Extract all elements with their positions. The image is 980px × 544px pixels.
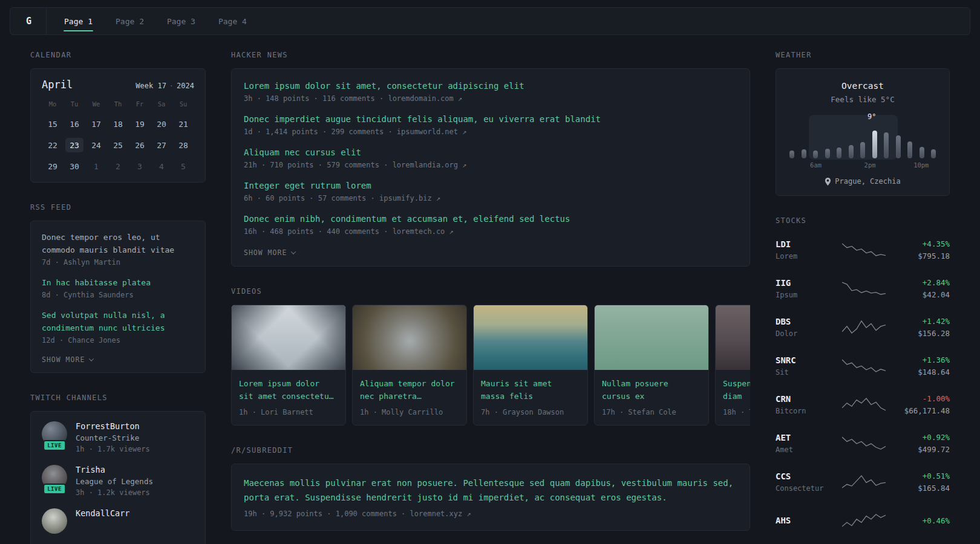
current-temp-label: 9° <box>867 112 876 121</box>
weather-section-title: WEATHER <box>776 51 950 59</box>
tab-page-2[interactable]: Page 2 <box>104 8 155 34</box>
page-tabs: Page 1 Page 2 Page 3 Page 4 <box>53 8 258 34</box>
video-thumbnail[interactable] <box>716 305 750 370</box>
videos-section-title: VIDEOS <box>231 287 750 296</box>
hour-label: 10pm <box>913 161 929 169</box>
calendar-day: 29 <box>44 159 62 173</box>
stock-row[interactable]: AHS +0.46% <box>776 506 950 535</box>
stock-sparkline <box>834 397 894 412</box>
news-item-title[interactable]: Aliquam nec cursus elit <box>244 147 737 157</box>
weekday-label: Th <box>114 100 122 110</box>
subreddit-card: Maecenas mollis pulvinar erat non posuer… <box>231 464 750 531</box>
news-item-meta[interactable]: 16h · 468 points · 440 comments · loremt… <box>244 227 737 236</box>
post-meta[interactable]: 19h · 9,932 points · 1,090 comments · lo… <box>244 510 737 518</box>
news-item-title[interactable]: Donec enim nibh, condimentum et accumsan… <box>244 214 737 224</box>
rss-item-title[interactable]: Donec tempor eros leo, ut commodo mauris… <box>42 231 194 256</box>
weekday-label: Su <box>180 100 188 110</box>
stock-name: Bitcorn <box>776 407 834 415</box>
stock-row[interactable]: CCS Consectetur +0.51% $165.84 <box>776 467 950 496</box>
video-card[interactable]: Aliquam tempor dolor nec pharetra… 1h · … <box>352 305 467 426</box>
rss-item-title[interactable]: Sed volutpat nulla nisl, a condimentum n… <box>42 309 194 334</box>
stock-row[interactable]: CRN Bitcorn -1.00% $66,171.48 <box>776 390 950 419</box>
calendar-week: Week 17 <box>136 82 166 90</box>
video-meta: 1h · Lori Barnett <box>232 403 345 425</box>
news-item-title[interactable]: Donec imperdiet augue tincidunt felis al… <box>244 114 737 124</box>
stock-name: Dolor <box>776 329 834 338</box>
video-thumbnail[interactable] <box>595 305 708 370</box>
temperature-bar <box>896 135 901 158</box>
temperature-bar <box>907 141 912 158</box>
twitch-section-title: TWITCH CHANNELS <box>30 393 206 402</box>
stock-symbol: DBS <box>776 317 834 326</box>
video-thumbnail[interactable] <box>474 305 587 370</box>
channel-name[interactable]: KendallCarr <box>76 508 129 518</box>
news-item[interactable]: Donec enim nibh, condimentum et accumsan… <box>244 214 737 236</box>
calendar-day: 15 <box>44 117 62 131</box>
avatar: LIVE <box>42 465 67 490</box>
video-card[interactable]: Lorem ipsum dolor sit amet consectetu… 1… <box>231 305 346 426</box>
stock-symbol: LDI <box>776 239 834 249</box>
rss-item-meta: 12d · Chance Jones <box>42 336 194 345</box>
app-logo[interactable]: G <box>26 8 47 34</box>
video-card[interactable]: Nullam posuere cursus ex 17h · Stefan Co… <box>594 305 709 426</box>
weekday-label: Mo <box>49 100 57 110</box>
video-title[interactable]: Lorem ipsum dolor sit amet consectetu… <box>232 370 345 403</box>
avatar <box>42 508 67 534</box>
hacker-news-show-more-button[interactable]: SHOW MORE <box>244 248 295 257</box>
temperature-bar <box>837 147 841 158</box>
tab-page-3[interactable]: Page 3 <box>155 8 207 34</box>
subreddit-post[interactable]: Maecenas mollis pulvinar erat non posuer… <box>244 476 737 518</box>
news-item[interactable]: Aliquam nec cursus elit 21h · 710 points… <box>244 147 737 169</box>
video-card[interactable]: Mauris sit amet massa felis 7h · Grayson… <box>473 305 588 426</box>
videos-row: Lorem ipsum dolor sit amet consectetu… 1… <box>231 305 750 426</box>
weather-feels-like: Feels like 5°C <box>786 95 939 104</box>
channel-name[interactable]: Trisha <box>76 465 153 474</box>
stock-price: $148.64 <box>894 368 950 377</box>
temperature-bar <box>825 149 830 158</box>
left-column: CALENDAR April Week 17·2024 Mo Tu We Th … <box>30 51 206 544</box>
tab-page-4[interactable]: Page 4 <box>207 8 258 34</box>
hour-label: 2pm <box>864 161 876 169</box>
tab-page-1[interactable]: Page 1 <box>53 8 104 34</box>
channel-name[interactable]: ForrestBurton <box>76 421 150 431</box>
stock-row[interactable]: IIG Ipsum +2.84% $42.04 <box>776 274 950 303</box>
video-title[interactable]: Nullam posuere cursus ex <box>595 370 708 403</box>
news-item-meta[interactable]: 1d · 1,414 points · 299 comments · ipsum… <box>244 128 737 136</box>
rss-item[interactable]: Donec tempor eros leo, ut commodo mauris… <box>42 231 194 267</box>
rss-show-more-button[interactable]: SHOW MORE <box>42 355 93 364</box>
news-item-title[interactable]: Lorem ipsum dolor sit amet, consectetur … <box>244 81 737 91</box>
post-title[interactable]: Maecenas mollis pulvinar erat non posuer… <box>244 476 737 505</box>
video-thumbnail[interactable] <box>232 305 345 370</box>
rss-item[interactable]: Sed volutpat nulla nisl, a condimentum n… <box>42 309 194 345</box>
video-title[interactable]: Mauris sit amet massa felis <box>474 370 587 403</box>
rss-item-meta: 7d · Ashlyn Martin <box>42 258 194 267</box>
video-card[interactable]: Suspendisse diam 18h · Tara <box>715 305 750 426</box>
twitch-channel[interactable]: KendallCarr <box>42 508 194 534</box>
news-item[interactable]: Lorem ipsum dolor sit amet, consectetur … <box>244 81 737 103</box>
stock-row[interactable]: DBS Dolor +1.42% $156.28 <box>776 312 950 342</box>
news-item-meta[interactable]: 3h · 148 points · 116 comments · loremdo… <box>244 94 737 103</box>
news-item[interactable]: Integer eget rutrum lorem 6h · 60 points… <box>244 181 737 202</box>
calendar-day: 26 <box>131 138 149 152</box>
stock-row[interactable]: AET Amet +0.92% $499.72 <box>776 429 950 458</box>
video-title[interactable]: Aliquam tempor dolor nec pharetra… <box>353 370 466 403</box>
temperature-bar <box>920 147 924 158</box>
rss-widget: RSS FEED Donec tempor eros leo, ut commo… <box>30 203 206 373</box>
twitch-channel[interactable]: LIVE Trisha League of Legends 3h · 1.2k … <box>42 465 194 497</box>
stock-row[interactable]: LDI Lorem +4.35% $795.18 <box>776 235 950 264</box>
news-item-meta[interactable]: 21h · 710 points · 579 comments · loreml… <box>244 161 737 169</box>
rss-item[interactable]: In hac habitasse platea 8d · Cynthia Sau… <box>42 276 194 299</box>
news-item-title[interactable]: Integer eget rutrum lorem <box>244 181 737 190</box>
news-item-meta[interactable]: 6h · 60 points · 57 comments · ipsumify.… <box>244 194 737 202</box>
weekday-label: Sa <box>158 100 166 110</box>
stock-change: -1.00% <box>894 394 950 403</box>
rss-item-title[interactable]: In hac habitasse platea <box>42 276 194 289</box>
stock-symbol: AET <box>776 433 834 442</box>
news-item[interactable]: Donec imperdiet augue tincidunt felis al… <box>244 114 737 136</box>
temperature-bar <box>849 145 854 158</box>
stock-row[interactable]: SNRC Sit +1.36% $148.64 <box>776 351 950 380</box>
video-thumbnail[interactable] <box>353 305 466 370</box>
location-label: Prague, Czechia <box>835 177 900 186</box>
video-title[interactable]: Suspendisse diam <box>716 370 750 403</box>
twitch-channel[interactable]: LIVE ForrestBurton Counter-Strike 1h · 1… <box>42 421 194 453</box>
